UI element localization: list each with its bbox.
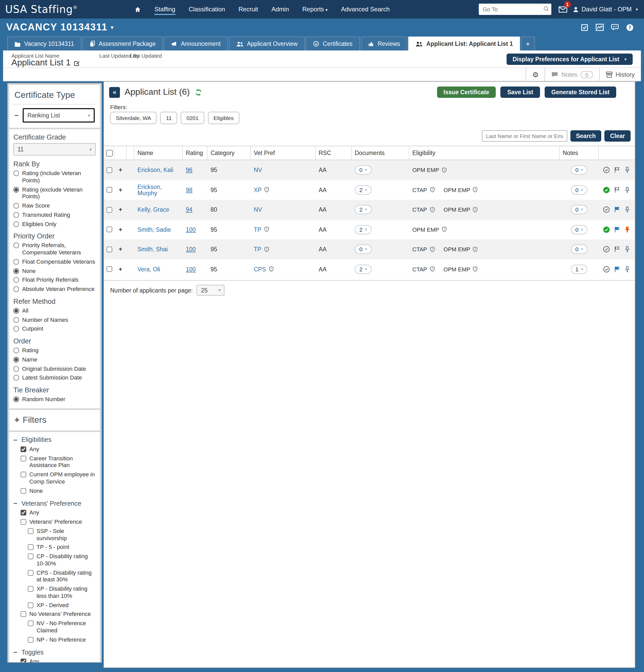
display-preferences-button[interactable]: Display Preferences for Applicant List ▾ bbox=[506, 53, 633, 65]
filters-title[interactable]: +Filters bbox=[13, 413, 96, 428]
column-header-name[interactable]: Name bbox=[134, 146, 183, 160]
tab-applicant-overview[interactable]: Applicant Overview bbox=[229, 37, 305, 50]
tab-applicant-list[interactable]: Applicant List: Applicant List 1 bbox=[408, 37, 520, 50]
search-icon[interactable] bbox=[543, 6, 549, 12]
applicant-name-link[interactable]: Vera, Oli bbox=[137, 266, 160, 273]
flag-icon[interactable] bbox=[613, 187, 620, 194]
radio-input[interactable] bbox=[13, 212, 19, 218]
expand-row-button[interactable]: + bbox=[114, 266, 126, 273]
radio-input[interactable] bbox=[13, 277, 19, 283]
rating-link[interactable]: 96 bbox=[186, 167, 193, 173]
filter-chip[interactable]: 11 bbox=[160, 112, 177, 124]
applicant-name-link[interactable]: Smith, Sadie bbox=[137, 227, 171, 233]
radio-input[interactable] bbox=[13, 348, 19, 353]
save-list-button[interactable]: Save List bbox=[501, 86, 540, 98]
flag-icon[interactable] bbox=[613, 266, 620, 273]
documents-dropdown[interactable]: 2▾ bbox=[355, 185, 372, 195]
veterans-preference-option[interactable]: TP - 5 - point bbox=[28, 544, 96, 551]
expand-row-button[interactable]: + bbox=[114, 167, 126, 173]
rank-by-option[interactable]: Rating (include Veteran Points) bbox=[13, 170, 96, 184]
pin-icon[interactable] bbox=[624, 187, 631, 194]
rating-link[interactable]: 100 bbox=[186, 247, 196, 253]
applicant-name-link[interactable]: Smith, Shai bbox=[137, 247, 168, 253]
collapse-icon[interactable]: − bbox=[14, 111, 19, 119]
veterans-preference-option[interactable]: Any bbox=[21, 509, 96, 517]
applicant-name-link[interactable]: Erickson, Kali bbox=[137, 167, 173, 173]
expand-row-button[interactable]: + bbox=[114, 227, 126, 233]
eligibility-help-icon[interactable]: ? bbox=[472, 246, 478, 253]
pin-icon[interactable] bbox=[624, 167, 631, 174]
select-all-checkbox[interactable] bbox=[106, 149, 112, 156]
certificate-grade-select[interactable]: 11▾ bbox=[13, 143, 96, 156]
column-header-documents[interactable]: Documents bbox=[352, 146, 409, 160]
radio-input[interactable] bbox=[13, 187, 19, 192]
reviewed-icon[interactable] bbox=[603, 187, 610, 194]
radio-input[interactable] bbox=[13, 317, 19, 323]
radio-input[interactable] bbox=[13, 268, 19, 274]
priority-order-option[interactable]: Absolute Veteran Preference bbox=[13, 286, 96, 293]
eligibility-help-icon[interactable]: ? bbox=[429, 246, 435, 253]
row-checkbox[interactable] bbox=[107, 247, 112, 252]
filter-chip[interactable]: 0201 bbox=[181, 112, 204, 124]
expand-row-button[interactable]: + bbox=[114, 207, 126, 213]
nav-admin[interactable]: Admin bbox=[271, 4, 289, 15]
edit-icon[interactable] bbox=[74, 59, 81, 66]
tab-certificates[interactable]: Certificates bbox=[306, 37, 360, 50]
pin-icon[interactable] bbox=[624, 266, 631, 273]
documents-dropdown[interactable]: 2▾ bbox=[355, 265, 372, 274]
radio-input[interactable] bbox=[13, 286, 19, 292]
history-button[interactable]: History bbox=[599, 68, 641, 81]
eligibility-option[interactable]: Current OPM employee in Comp Service bbox=[21, 471, 96, 485]
checkbox-input[interactable] bbox=[21, 510, 26, 516]
checkbox-input[interactable] bbox=[28, 637, 34, 643]
column-header-vet-pref[interactable]: Vet Pref bbox=[251, 146, 316, 160]
eligibility-help-icon[interactable]: ? bbox=[441, 226, 447, 233]
documents-dropdown[interactable]: 0▾ bbox=[355, 166, 372, 175]
veterans-preference-option[interactable]: No Veterans' Preference bbox=[21, 611, 96, 618]
order-option[interactable]: Rating bbox=[13, 347, 96, 354]
order-option[interactable]: Name bbox=[13, 356, 96, 363]
nav-advanced-search[interactable]: Advanced Search bbox=[341, 4, 390, 15]
reviewed-icon[interactable] bbox=[603, 246, 610, 253]
search-button[interactable]: Search bbox=[570, 130, 602, 142]
vet-pref-link[interactable]: NV bbox=[254, 167, 262, 173]
tab-reviews[interactable]: Reviews bbox=[361, 37, 407, 50]
veterans-preference-option[interactable]: NP - No Preference bbox=[28, 636, 96, 644]
radio-input[interactable] bbox=[13, 375, 19, 381]
documents-dropdown[interactable]: 2▾ bbox=[355, 205, 372, 215]
rank-by-option[interactable]: Raw Score bbox=[13, 202, 96, 209]
filter-chip[interactable]: Silverdale, WA bbox=[110, 112, 157, 124]
veterans-preference-option[interactable]: Veterans' Preference bbox=[21, 518, 96, 526]
nav-recruit[interactable]: Recruit bbox=[238, 4, 258, 15]
radio-input[interactable] bbox=[13, 259, 19, 265]
vet-pref-help-icon[interactable]: ? bbox=[264, 187, 270, 193]
vet-pref-link[interactable]: TP bbox=[254, 247, 261, 253]
expand-row-button[interactable]: + bbox=[114, 247, 126, 253]
order-option[interactable]: Original Submission Date bbox=[13, 365, 96, 373]
veterans-preference-option[interactable]: CPS - Disability rating at least 30% bbox=[28, 569, 96, 584]
checkbox-input[interactable] bbox=[28, 602, 34, 608]
vet-pref-link[interactable]: TP bbox=[254, 227, 261, 233]
home-icon[interactable] bbox=[134, 6, 141, 13]
tasks-icon[interactable] bbox=[581, 23, 588, 31]
checkbox-input[interactable] bbox=[28, 554, 34, 559]
eligibility-help-icon[interactable]: ? bbox=[441, 167, 447, 173]
veterans-preference-section-header[interactable]: −Veterans' Preference bbox=[13, 500, 96, 507]
eligibility-option[interactable]: Career Transition Assistance Plan bbox=[21, 455, 96, 469]
column-header-eligibility[interactable]: Eligibility bbox=[409, 146, 560, 160]
filter-chip[interactable]: Eligibles bbox=[208, 112, 239, 124]
refresh-icon[interactable] bbox=[194, 88, 202, 96]
flag-icon[interactable] bbox=[613, 226, 620, 233]
tab-announcement[interactable]: Announcement bbox=[164, 37, 228, 50]
checkbox-input[interactable] bbox=[21, 455, 26, 461]
refer-method-option[interactable]: Number of Names bbox=[13, 316, 96, 324]
reviewed-icon[interactable] bbox=[603, 226, 610, 233]
eligibility-help-icon[interactable]: ? bbox=[429, 187, 435, 193]
notes-dropdown[interactable]: 0▾ bbox=[571, 225, 587, 234]
vet-pref-link[interactable]: XP bbox=[254, 187, 262, 193]
issue-certificate-button[interactable]: Issue Certificate bbox=[437, 86, 496, 98]
toggles-section-header[interactable]: −Toggles bbox=[13, 649, 96, 656]
row-checkbox[interactable] bbox=[107, 167, 112, 173]
checkbox-input[interactable] bbox=[21, 659, 26, 663]
nav-reports[interactable]: Reports▾ bbox=[302, 4, 328, 15]
